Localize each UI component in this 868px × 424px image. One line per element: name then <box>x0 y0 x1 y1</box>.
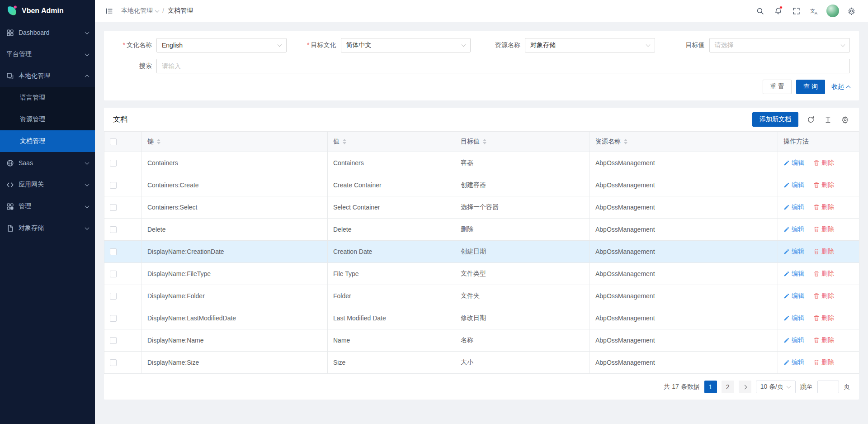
breadcrumb-parent[interactable]: 本地化管理 <box>121 7 159 15</box>
filter-actions: 重 置 查 询 收起 <box>113 80 850 94</box>
search-input[interactable] <box>156 59 850 73</box>
page-button-1[interactable]: 1 <box>704 381 717 393</box>
page-jump-input[interactable] <box>817 381 839 393</box>
sidebar-item-object-storage[interactable]: 对象存储 <box>0 217 95 239</box>
column-settings-button[interactable] <box>840 114 850 124</box>
sidebar-item-gateway[interactable]: 应用网关 <box>0 174 95 195</box>
sidebar-item-localization[interactable]: 本地化管理 <box>0 65 95 87</box>
page-size-select[interactable]: 10 条/页 <box>756 381 796 393</box>
panel-title: 文档 <box>113 115 127 124</box>
search-button[interactable] <box>752 3 768 19</box>
target-value-select[interactable]: 请选择 <box>709 38 850 52</box>
delete-button[interactable]: 删除 <box>813 336 834 344</box>
required-asterisk: * <box>123 41 125 48</box>
column-header-value[interactable]: 值 <box>328 132 455 152</box>
row-height-button[interactable] <box>823 114 833 124</box>
row-checkbox[interactable] <box>110 293 117 300</box>
delete-button[interactable]: 删除 <box>813 159 834 167</box>
delete-button[interactable]: 删除 <box>813 270 834 278</box>
app-logo[interactable]: Vben Admin <box>0 0 95 22</box>
sidebar-item-platform[interactable]: 平台管理 <box>0 43 95 65</box>
sidebar-item-document-management[interactable]: 文档管理 <box>0 130 95 152</box>
delete-button[interactable]: 删除 <box>813 358 834 367</box>
edit-button[interactable]: 编辑 <box>783 225 804 233</box>
sidebar-item-management[interactable]: 管理 <box>0 195 95 217</box>
edit-button[interactable]: 编辑 <box>783 314 804 322</box>
sidebar-item-language-management[interactable]: 语言管理 <box>0 87 95 109</box>
sidebar-item-dashboard[interactable]: Dashboard <box>0 22 95 43</box>
chevron-down-icon <box>85 225 90 230</box>
topbar-actions <box>752 3 859 19</box>
toolbar-actions: 添加新文档 <box>752 112 850 127</box>
locale-button[interactable] <box>807 3 822 19</box>
edit-button[interactable]: 编辑 <box>783 181 804 189</box>
sort-icon <box>343 139 346 144</box>
row-checkbox[interactable] <box>110 182 117 189</box>
cell-value: Delete <box>328 219 455 241</box>
delete-button[interactable]: 删除 <box>813 203 834 211</box>
saas-icon <box>6 159 14 167</box>
target-culture-field: *目标文化 简体中文 <box>297 38 482 52</box>
gateway-icon <box>6 181 14 189</box>
delete-button[interactable]: 删除 <box>813 248 834 256</box>
resource-field: 资源名称 对象存储 <box>481 38 666 52</box>
notification-badge <box>779 6 783 9</box>
edit-button[interactable]: 编辑 <box>783 203 804 211</box>
select-all-checkbox[interactable] <box>110 138 117 145</box>
refresh-button[interactable] <box>806 114 816 124</box>
user-avatar[interactable] <box>826 5 839 17</box>
row-checkbox[interactable] <box>110 248 117 255</box>
collapse-button[interactable]: 收起 <box>831 83 850 91</box>
sidebar-item-saas[interactable]: Saas <box>0 152 95 174</box>
filter-row: *文化名称 English *目标文化 简体中文 资源名称 <box>113 38 850 59</box>
row-checkbox[interactable] <box>110 160 117 167</box>
edit-button[interactable]: 编辑 <box>783 159 804 167</box>
row-checkbox[interactable] <box>110 226 117 233</box>
column-header-resource[interactable]: 资源名称 <box>590 132 734 152</box>
cell-resource: AbpOssManagement <box>590 285 734 307</box>
query-button[interactable]: 查 询 <box>796 80 825 94</box>
delete-button[interactable]: 删除 <box>813 292 834 300</box>
row-checkbox[interactable] <box>110 315 117 322</box>
column-header-key[interactable]: 键 <box>142 132 328 152</box>
sort-icon <box>624 139 627 144</box>
trash-icon <box>813 204 820 210</box>
menu-fold-button[interactable] <box>101 3 117 19</box>
next-page-button[interactable] <box>739 381 751 393</box>
cell-target: 创建日期 <box>455 241 590 263</box>
chevron-up-icon <box>846 85 851 90</box>
cell-key: DisplayName:CreationDate <box>142 241 328 263</box>
fullscreen-button[interactable] <box>788 3 804 19</box>
edit-button[interactable]: 编辑 <box>783 270 804 278</box>
cell-resource: AbpOssManagement <box>590 196 734 219</box>
row-checkbox[interactable] <box>110 204 117 211</box>
notification-button[interactable] <box>770 3 786 19</box>
row-checkbox[interactable] <box>110 337 117 344</box>
edit-icon <box>783 226 790 233</box>
resource-select[interactable]: 对象存储 <box>525 38 655 52</box>
row-checkbox[interactable] <box>110 359 117 366</box>
delete-button[interactable]: 删除 <box>813 314 834 322</box>
sidebar-item-resource-management[interactable]: 资源管理 <box>0 109 95 130</box>
edit-button[interactable]: 编辑 <box>783 358 804 367</box>
cell-resource: AbpOssManagement <box>590 241 734 263</box>
table-row: DisplayName:Folder Folder 文件夹 AbpOssMana… <box>104 285 859 307</box>
vben-logo-icon <box>5 5 18 17</box>
culture-select[interactable]: English <box>156 38 287 52</box>
search-icon <box>756 7 764 15</box>
add-document-button[interactable]: 添加新文档 <box>752 112 798 127</box>
dashboard-icon <box>6 29 14 37</box>
delete-button[interactable]: 删除 <box>813 181 834 189</box>
edit-button[interactable]: 编辑 <box>783 336 804 344</box>
column-header-target[interactable]: 目标值 <box>455 132 590 152</box>
edit-button[interactable]: 编辑 <box>783 292 804 300</box>
target-culture-select[interactable]: 简体中文 <box>341 38 471 52</box>
delete-button[interactable]: 删除 <box>813 225 834 233</box>
reset-button[interactable]: 重 置 <box>763 80 792 94</box>
edit-button[interactable]: 编辑 <box>783 248 804 256</box>
row-checkbox[interactable] <box>110 271 117 277</box>
page-button-2[interactable]: 2 <box>722 381 734 393</box>
cell-resource: AbpOssManagement <box>590 263 734 285</box>
settings-button[interactable] <box>844 3 859 19</box>
trash-icon <box>813 160 820 166</box>
